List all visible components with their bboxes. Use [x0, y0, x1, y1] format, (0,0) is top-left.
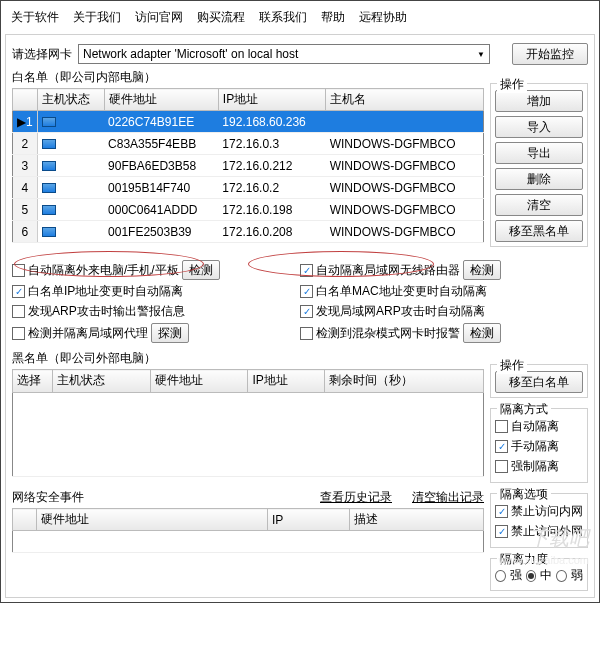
lbl-proxy: 检测并隔离局域网代理 [28, 325, 148, 342]
blacklist-table: 选择 主机状态 硬件地址 IP地址 剩余时间（秒） [12, 369, 484, 477]
chk-iso-auto[interactable] [495, 420, 508, 433]
export-button[interactable]: 导出 [495, 142, 583, 164]
chk-arpauto[interactable] [300, 305, 313, 318]
sec-col-mac[interactable]: 硬件地址 [37, 509, 268, 531]
table-row[interactable]: 6001FE2503B39172.16.0.208WINDOWS-DGFMBCO [13, 221, 484, 243]
ops-title: 操作 [497, 76, 527, 93]
table-row[interactable]: 2C83A355F4EBB172.16.0.3WINDOWS-DGFMBCO [13, 133, 484, 155]
chk-proxy[interactable] [12, 327, 25, 340]
add-button[interactable]: 增加 [495, 90, 583, 112]
radio-mid[interactable] [526, 570, 537, 582]
isomode-title: 隔离方式 [497, 401, 551, 418]
lbl-auto-router: 自动隔离局域网无线路由器 [316, 262, 460, 279]
lbl-iso-auto: 自动隔离 [511, 418, 559, 435]
col-hostname[interactable]: 主机名 [326, 89, 484, 111]
history-link[interactable]: 查看历史记录 [320, 489, 392, 506]
bl-col-ip[interactable]: IP地址 [248, 370, 324, 393]
sec-col-ip[interactable]: IP [267, 509, 349, 531]
menu-about-us[interactable]: 关于我们 [73, 9, 121, 26]
host-icon [42, 205, 56, 215]
chk-ipchange[interactable] [12, 285, 25, 298]
table-row[interactable]: ▶10226C74B91EE192.168.60.236 [13, 111, 484, 133]
chk-auto-router[interactable] [300, 264, 313, 277]
table-row[interactable]: 390FBA6ED3B58172.16.0.212WINDOWS-DGFMBCO [13, 155, 484, 177]
menu-website[interactable]: 访问官网 [135, 9, 183, 26]
chk-auto-ext[interactable] [12, 264, 25, 277]
lbl-noout: 禁止访问外网 [511, 523, 583, 540]
lbl-iso-force: 强制隔离 [511, 458, 559, 475]
lbl-iso-manual: 手动隔离 [511, 438, 559, 455]
chk-macchange[interactable] [300, 285, 313, 298]
chk-promisc[interactable] [300, 327, 313, 340]
menu-about-soft[interactable]: 关于软件 [11, 9, 59, 26]
host-icon [42, 183, 56, 193]
table-row[interactable]: 5000C0641ADDD172.16.0.198WINDOWS-DGFMBCO [13, 199, 484, 221]
table-row[interactable]: 400195B14F740172.16.0.2WINDOWS-DGFMBCO [13, 177, 484, 199]
menu-purchase[interactable]: 购买流程 [197, 9, 245, 26]
chk-noin[interactable] [495, 505, 508, 518]
col-ip[interactable]: IP地址 [218, 89, 325, 111]
whitelist-title: 白名单（即公司内部电脑） [12, 69, 484, 86]
import-button[interactable]: 导入 [495, 116, 583, 138]
whitelist-table: 主机状态 硬件地址 IP地址 主机名 ▶10226C74B91EE192.168… [12, 88, 484, 243]
radio-weak[interactable] [556, 570, 567, 582]
col-hoststatus[interactable]: 主机状态 [37, 89, 104, 111]
adapter-select[interactable]: Network adapter 'Microsoft' on local hos… [78, 44, 490, 64]
move-blacklist-button[interactable]: 移至黑名单 [495, 220, 583, 242]
delete-button[interactable]: 删除 [495, 168, 583, 190]
detect-button-1[interactable]: 检测 [182, 260, 220, 280]
radio-strong[interactable] [495, 570, 506, 582]
menubar: 关于软件 关于我们 访问官网 购买流程 联系我们 帮助 远程协助 [5, 5, 595, 34]
host-icon [42, 139, 56, 149]
col-mac[interactable]: 硬件地址 [104, 89, 218, 111]
adapter-value: Network adapter 'Microsoft' on local hos… [83, 47, 298, 61]
security-title: 网络安全事件 [12, 489, 84, 506]
chk-arpwarn[interactable] [12, 305, 25, 318]
lbl-arpwarn: 发现ARP攻击时输出警报信息 [28, 303, 185, 320]
menu-help[interactable]: 帮助 [321, 9, 345, 26]
start-monitor-button[interactable]: 开始监控 [512, 43, 588, 65]
chk-noout[interactable] [495, 525, 508, 538]
menu-contact[interactable]: 联系我们 [259, 9, 307, 26]
adapter-label: 请选择网卡 [12, 46, 72, 63]
detect-button-3[interactable]: 检测 [463, 323, 501, 343]
move-whitelist-button[interactable]: 移至白名单 [495, 371, 583, 393]
bl-col-time[interactable]: 剩余时间（秒） [324, 370, 484, 393]
isopower-title: 隔离力度 [497, 551, 551, 568]
blacklist-title: 黑名单（即公司外部电脑） [12, 350, 484, 367]
bl-col-sel[interactable]: 选择 [13, 370, 53, 393]
lbl-promisc: 检测到混杂模式网卡时报警 [316, 325, 460, 342]
clear-log-link[interactable]: 清空输出记录 [412, 489, 484, 506]
host-icon [42, 227, 56, 237]
clear-button[interactable]: 清空 [495, 194, 583, 216]
chk-iso-force[interactable] [495, 460, 508, 473]
security-table: 硬件地址 IP 描述 [12, 508, 484, 553]
lbl-ipchange: 白名单IP地址变更时自动隔离 [28, 283, 183, 300]
dropdown-icon: ▼ [477, 50, 485, 59]
host-icon [42, 117, 56, 127]
isoopt-title: 隔离选项 [497, 486, 551, 503]
lbl-arpauto: 发现局域网ARP攻击时自动隔离 [316, 303, 485, 320]
menu-remote[interactable]: 远程协助 [359, 9, 407, 26]
sec-col-desc[interactable]: 描述 [350, 509, 484, 531]
bl-col-status[interactable]: 主机状态 [53, 370, 151, 393]
ops2-title: 操作 [497, 357, 527, 374]
lbl-macchange: 白名单MAC地址变更时自动隔离 [316, 283, 487, 300]
bl-col-mac[interactable]: 硬件地址 [150, 370, 248, 393]
lbl-auto-ext: 自动隔离外来电脑/手机/平板 [28, 262, 179, 279]
lbl-noin: 禁止访问内网 [511, 503, 583, 520]
probe-button[interactable]: 探测 [151, 323, 189, 343]
host-icon [42, 161, 56, 171]
detect-button-2[interactable]: 检测 [463, 260, 501, 280]
chk-iso-manual[interactable] [495, 440, 508, 453]
